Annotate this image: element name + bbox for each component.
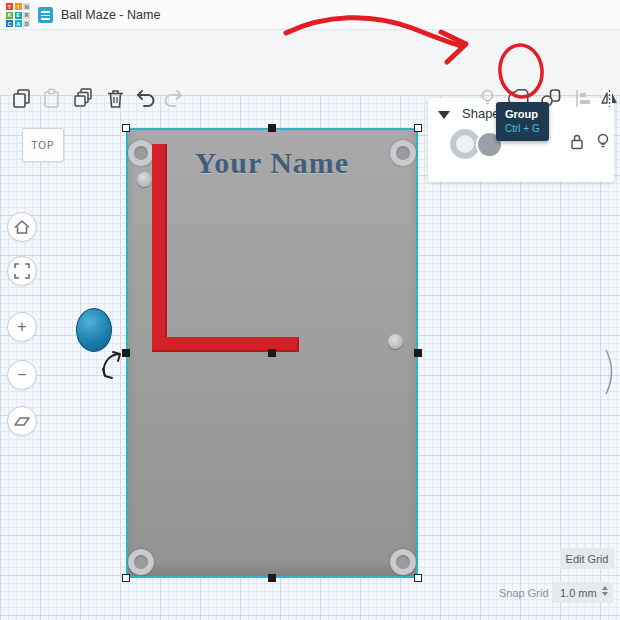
snap-grid-select[interactable]: 1.0 mm: [553, 582, 613, 603]
logo-tile: A: [15, 20, 22, 27]
align-icon: [572, 87, 595, 110]
home-icon: [11, 216, 33, 238]
logo-tile: C: [6, 20, 13, 27]
trash-icon: [104, 87, 127, 110]
paste-icon: [40, 87, 63, 110]
height-handle[interactable]: [268, 349, 276, 357]
fit-view-icon: [11, 260, 33, 282]
scale-handle-mid[interactable]: [268, 124, 276, 132]
home-view-button[interactable]: [7, 212, 37, 242]
flat-view-icon: [11, 410, 33, 432]
scale-handle-corner[interactable]: [414, 574, 422, 582]
tooltip-title: Group: [505, 108, 540, 120]
zoom-out-button[interactable]: −: [7, 360, 37, 390]
spinner-icon: [602, 586, 608, 596]
view-cube[interactable]: TOP: [22, 128, 64, 162]
lock-button[interactable]: [566, 131, 588, 157]
lightbulb-icon: [592, 131, 614, 153]
scale-handle-corner[interactable]: [122, 574, 130, 582]
redo-icon: [162, 87, 185, 110]
logo-tile: R: [23, 12, 30, 19]
corner-hole: [390, 549, 416, 575]
top-bar: T I N K E R C A D Ball Maze - Name: [0, 0, 620, 30]
minus-icon: −: [17, 366, 26, 384]
logo-tile: D: [23, 20, 30, 27]
delete-button[interactable]: [102, 84, 128, 112]
scale-handle-corner[interactable]: [122, 124, 130, 132]
scale-handle-mid[interactable]: [268, 574, 276, 582]
corner-hole: [128, 549, 154, 575]
scale-handle-corner[interactable]: [414, 124, 422, 132]
redo-button[interactable]: [160, 84, 186, 112]
view-cube-label: TOP: [31, 140, 54, 151]
snap-grid-value: 1.0 mm: [560, 587, 597, 599]
maze-wall-vertical[interactable]: [152, 144, 167, 352]
toolbar: [0, 30, 620, 95]
perspective-toggle-button[interactable]: [7, 406, 37, 436]
mirror-icon: [598, 87, 620, 110]
tinkercad-app: T I N K E R C A D Ball Maze - Name: [0, 0, 620, 620]
align-button[interactable]: [570, 84, 596, 112]
fit-view-button[interactable]: [7, 256, 37, 286]
hide-button[interactable]: [592, 131, 614, 157]
logo-tile: T: [6, 3, 13, 10]
maze-hole: [388, 334, 403, 349]
design-title[interactable]: Ball Maze - Name: [61, 0, 160, 30]
tinkercad-logo[interactable]: T I N K E R C A D: [6, 3, 31, 28]
plus-icon: +: [17, 318, 26, 336]
paste-button[interactable]: [38, 84, 64, 112]
logo-tile: K: [6, 12, 13, 19]
duplicate-button[interactable]: [70, 84, 96, 112]
logo-tile: E: [15, 12, 22, 19]
logo-tile: N: [23, 3, 30, 10]
name-text-object[interactable]: Your Name: [126, 146, 418, 180]
edit-grid-button[interactable]: Edit Grid: [560, 548, 614, 569]
panel-handle-icon: [604, 348, 618, 396]
undo-icon: [134, 87, 157, 110]
collapse-panel-icon[interactable]: [438, 111, 450, 119]
logo-tile: I: [15, 3, 22, 10]
snap-grid-label: Snap Grid: [499, 587, 549, 599]
maze-wall-horizontal[interactable]: [152, 337, 299, 352]
copy-button[interactable]: [8, 84, 34, 112]
mirror-button[interactable]: [596, 84, 620, 112]
duplicate-icon: [72, 87, 95, 110]
lock-icon: [566, 131, 588, 153]
design-doc-icon[interactable]: [38, 7, 53, 23]
tooltip-shortcut: Ctrl + G: [505, 123, 540, 134]
zoom-in-button[interactable]: +: [7, 312, 37, 342]
scale-handle-mid[interactable]: [414, 349, 422, 357]
group-tooltip: Group Ctrl + G: [496, 102, 549, 141]
scale-handle-mid[interactable]: [122, 349, 130, 357]
panel-handle[interactable]: [604, 348, 618, 400]
undo-button[interactable]: [132, 84, 158, 112]
copy-icon: [10, 87, 33, 110]
ball-object[interactable]: [76, 308, 112, 352]
